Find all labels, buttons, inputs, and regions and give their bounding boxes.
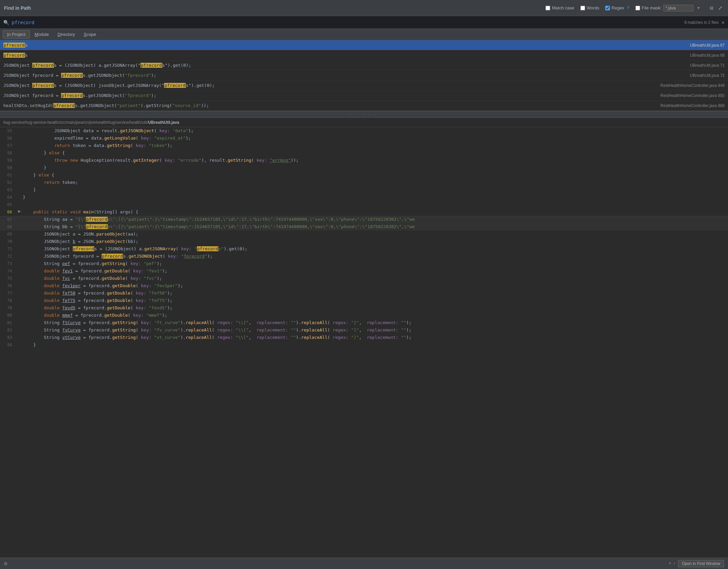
code-line: 78 double fef75 = fprecord.getDouble( ke… — [0, 297, 728, 304]
line-number: 62 — [0, 179, 16, 186]
code-line: 74 double fev1 = fprecord.getDouble( key… — [0, 267, 728, 275]
expand-icon[interactable]: ⤢ — [717, 4, 724, 12]
tab-bar: In Project Module Directory Scope — [0, 29, 728, 40]
code-line: 82 String fvCurve = fprecord.getString( … — [0, 326, 728, 334]
toolbar: Find in Path Match case Words Regex ? Fi… — [0, 0, 728, 16]
line-number: 66 — [0, 208, 16, 216]
table-row[interactable]: pfrecords UBreathUtil.java 67 — [0, 40, 728, 50]
line-content: String aa = "{\"pfrecords\":[{\"patient\… — [23, 216, 728, 223]
gear-icon[interactable]: ⚙ — [4, 560, 7, 567]
line-content: expiredTime = data.getLongValue( key: "e… — [23, 135, 728, 142]
file-mask-checkbox[interactable] — [635, 6, 640, 10]
line-number: 64 — [0, 194, 16, 201]
search-input[interactable] — [12, 20, 684, 25]
code-line: 66 ▶ public static void main(String[] ar… — [0, 208, 728, 216]
tab-directory[interactable]: Directory — [54, 31, 79, 38]
results-list: pfrecords UBreathUtil.java 67 pfrecords … — [0, 40, 728, 111]
regex-option[interactable]: Regex ? — [605, 5, 629, 10]
words-checkbox[interactable] — [580, 6, 585, 10]
line-number: 57 — [0, 142, 16, 149]
line-content: public static void main(String[] args) { — [23, 208, 728, 216]
table-row[interactable]: healthDto.setHugId(pfrecords.getJSONObje… — [0, 101, 728, 111]
file-path-bar: hug-service/hug-service-health/src/main/… — [0, 118, 728, 127]
file-mask-dropdown-icon[interactable]: ▼ — [696, 6, 700, 10]
regex-checkbox[interactable] — [605, 6, 610, 10]
line-number: 69 — [0, 230, 16, 238]
line-content: JSONObject a = JSON.parseObject(aa); — [23, 230, 728, 238]
code-line: 75 double fvc = fprecord.getDouble( key:… — [0, 275, 728, 282]
code-line: 69 JSONObject a = JSON.parseObject(aa); — [0, 230, 728, 238]
code-line: 76 double fev1per = fprecord.getDouble( … — [0, 282, 728, 290]
match-case-checkbox[interactable] — [545, 6, 550, 10]
code-line: 72 JSONObject fprecord = pfrecords.getJS… — [0, 253, 728, 260]
tab-scope-label: Scope — [84, 32, 96, 37]
table-row[interactable]: JSONObject fprecord = pfrecords.getJSONO… — [0, 91, 728, 101]
line-gutter: ▶ — [16, 208, 23, 214]
result-file: UBreathUtil.java 68 — [690, 53, 725, 58]
tab-module[interactable]: Module — [31, 31, 53, 38]
file-mask-option[interactable]: File mask: ▼ — [635, 5, 700, 11]
highlight: pfrecord — [32, 83, 54, 88]
line-content: JSONObject pfrecords = (JSONObject) a.ge… — [23, 245, 728, 253]
code-line: 60 } — [0, 164, 728, 171]
code-line: 67 String aa = "{\"pfrecords\":[{\"patie… — [0, 216, 728, 223]
result-code: pfrecords — [3, 53, 687, 58]
line-number: 74 — [0, 267, 16, 275]
result-file: RestHealthHomeController.java 850 — [661, 93, 725, 98]
code-line: 59 throw new HugException(result.getInte… — [0, 157, 728, 164]
code-line: 71 JSONObject pfrecords = (JSONObject) a… — [0, 245, 728, 253]
file-mask-input[interactable] — [663, 5, 693, 11]
table-row[interactable]: pfrecords UBreathUtil.java 68 — [0, 50, 728, 60]
resize-divider[interactable]: · · · · · — [0, 111, 728, 118]
search-bar: 🔍 9 matches in 2 files ✕ — [0, 16, 728, 29]
code-line: 80 double mmef = fprecord.getDouble( key… — [0, 312, 728, 319]
regex-label: Regex — [612, 5, 624, 10]
tab-in-project[interactable]: In Project — [3, 30, 30, 39]
code-line: 73 String pef = fprecord.getString( key:… — [0, 260, 728, 267]
line-number: 65 — [0, 201, 16, 208]
run-icon[interactable]: ▶ — [18, 208, 21, 214]
code-line: 81 String ftCurve = fprecord.getString( … — [0, 319, 728, 326]
line-content: } — [23, 194, 728, 201]
line-content: } — [23, 186, 728, 194]
line-content: double fef75 = fprecord.getDouble( key: … — [23, 297, 728, 304]
line-content: JSONObject data = result.getJSONObject( … — [23, 127, 728, 135]
match-case-option[interactable]: Match case — [545, 5, 574, 10]
line-number: 70 — [0, 238, 16, 245]
result-file: UBreathUtil.java 72 — [690, 73, 725, 78]
line-content: String fvCurve = fprecord.getString( key… — [23, 326, 728, 334]
filter-icon[interactable]: ⊟ — [709, 4, 714, 12]
code-line: 55 JSONObject data = result.getJSONObjec… — [0, 127, 728, 135]
code-lines: 55 JSONObject data = result.getJSONObjec… — [0, 127, 728, 349]
line-number: 59 — [0, 157, 16, 164]
code-editor: 55 JSONObject data = result.getJSONObjec… — [0, 127, 728, 349]
line-content: String bb = "{\"pfrecords\":[{\"patient\… — [23, 223, 728, 230]
words-option[interactable]: Words — [580, 5, 599, 10]
regex-help-icon[interactable]: ? — [627, 5, 629, 10]
result-code: pfrecords — [3, 43, 687, 48]
words-label: Words — [587, 5, 599, 10]
line-content: String ftCurve = fprecord.getString( key… — [23, 319, 728, 326]
result-file: UBreathUtil.java 67 — [690, 43, 725, 48]
line-content: throw new HugException(result.getInteger… — [23, 157, 728, 164]
highlight: pfrecord — [61, 73, 83, 78]
toolbar-icons: ⊟ ⤢ — [709, 4, 724, 12]
result-file: RestHealthHomeController.java 849 — [661, 83, 725, 88]
code-line: 77 double fef50 = fprecord.getDouble( ke… — [0, 290, 728, 297]
tab-scope[interactable]: Scope — [80, 31, 100, 38]
line-content: return token; — [23, 179, 728, 186]
line-number: 79 — [0, 304, 16, 312]
open-find-window-button[interactable]: Open in Find Window — [678, 560, 724, 567]
code-line: 62 return token; — [0, 179, 728, 186]
search-clear-icon[interactable]: ✕ — [721, 19, 725, 25]
table-row[interactable]: JSONObject pfrecords = (JSONObject) json… — [0, 81, 728, 91]
tab-in-project-label: In Project — [7, 32, 25, 37]
toolbar-title: Find in Path — [4, 5, 31, 11]
line-content: return token = data.getString( key: "tok… — [23, 142, 728, 149]
table-row[interactable]: JSONObject pfrecords = (JSONObject) a.ge… — [0, 60, 728, 70]
code-line: 63 } — [0, 186, 728, 194]
line-number: 80 — [0, 312, 16, 319]
line-content: } else { — [23, 149, 728, 157]
table-row[interactable]: JSONObject fprecord = pfrecords.getJSONO… — [0, 70, 728, 81]
line-content: double fev1per = fprecord.getDouble( key… — [23, 282, 728, 290]
